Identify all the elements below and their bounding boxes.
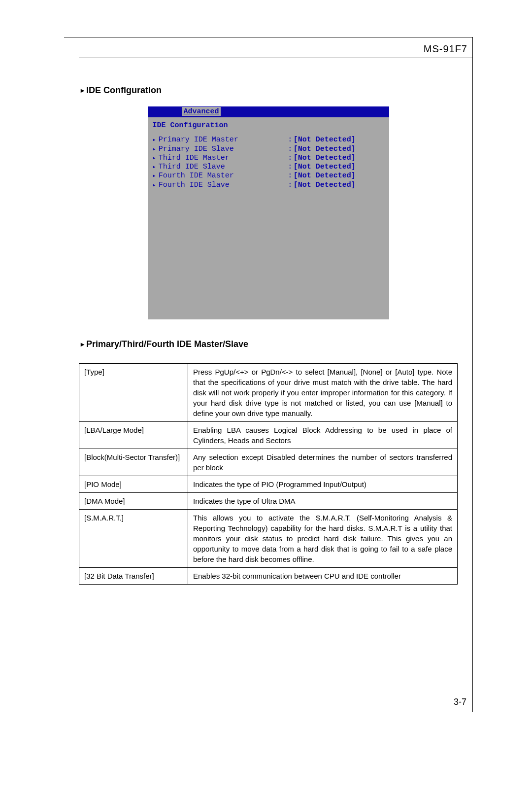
triangle-icon: ▸ [81,340,84,348]
section-title-text: Primary/Third/Fourth IDE Master/Slave [86,339,248,349]
page: MS-91F7 ▸IDE Configuration Advanced IDE … [0,0,532,739]
section-title-text: IDE Configuration [86,85,162,95]
table-row: [32 Bit Data Transfer] Enables 32-bit co… [79,568,458,585]
param-desc: Any selection except Disabled determines… [188,449,458,476]
bios-tab-bar: Advanced [148,106,389,117]
bios-item: ▸ Fourth IDE Slave : [Not Detected] [153,181,384,189]
param-name: [LBA/Large Mode] [79,422,188,449]
param-name: [32 Bit Data Transfer] [79,568,188,585]
bios-colon: : [287,136,294,144]
triangle-icon: ▸ [153,137,156,144]
triangle-icon: ▸ [153,173,156,180]
table-row: [Block(Multi-Sector Transfer)] Any selec… [79,449,458,476]
bios-item: ▸ Primary IDE Slave : [Not Detected] [153,145,384,153]
param-name: [Type] [79,364,188,422]
bios-colon: : [287,154,294,162]
triangle-icon: ▸ [153,146,156,153]
bios-colon: : [287,181,294,189]
bios-item-label: Primary IDE Master [159,136,287,144]
header-rule [79,58,472,58]
param-desc: Enables 32-bit communication between CPU… [188,568,458,585]
bios-item-label: Third IDE Master [159,154,287,162]
parameter-table: [Type] Press PgUp/<+> or PgDn/<-> to sel… [79,363,458,585]
bios-item-value: [Not Detected] [294,181,384,189]
param-name: [S.M.A.R.T.] [79,510,188,568]
bios-item: ▸ Third IDE Master : [Not Detected] [153,154,384,162]
table-row: [LBA/Large Mode] Enabling LBA causes Log… [79,422,458,449]
triangle-icon: ▸ [153,155,156,162]
table-row: [Type] Press PgUp/<+> or PgDn/<-> to sel… [79,364,458,422]
bios-item-label: Primary IDE Slave [159,145,287,153]
triangle-icon: ▸ [153,182,156,189]
param-desc: Indicates the type of PIO (Programmed In… [188,476,458,493]
bios-item-value: [Not Detected] [294,154,384,162]
triangle-icon: ▸ [153,164,156,171]
table-row: [DMA Mode] Indicates the type of Ultra D… [79,493,458,510]
param-desc: This allows you to activate the S.M.A.R.… [188,510,458,568]
param-name: [PIO Mode] [79,476,188,493]
param-desc: Indicates the type of Ultra DMA [188,493,458,510]
bios-item-value: [Not Detected] [294,145,384,153]
bios-screenshot: Advanced IDE Configuration ▸ Primary IDE… [148,106,389,319]
page-number: 3-7 [454,697,466,707]
bios-colon: : [287,145,294,153]
bios-colon: : [287,172,294,180]
bios-item-label: Third IDE Slave [159,163,287,171]
bios-item-value: [Not Detected] [294,172,384,180]
bios-item-value: [Not Detected] [294,163,384,171]
table-row: [S.M.A.R.T.] This allows you to activate… [79,510,458,568]
bios-heading: IDE Configuration [153,121,384,130]
bios-item: ▸ Fourth IDE Master : [Not Detected] [153,172,384,180]
bios-item-label: Fourth IDE Slave [159,181,287,189]
bios-item-label: Fourth IDE Master [159,172,287,180]
bios-body: IDE Configuration ▸ Primary IDE Master :… [148,117,389,319]
triangle-icon: ▸ [81,86,84,94]
page-frame: MS-91F7 ▸IDE Configuration Advanced IDE … [64,37,473,712]
bios-tab-advanced: Advanced [182,107,221,116]
header-model: MS-91F7 [79,37,472,58]
bios-item: ▸ Third IDE Slave : [Not Detected] [153,163,384,171]
bios-item: ▸ Primary IDE Master : [Not Detected] [153,136,384,144]
bios-item-value: [Not Detected] [294,136,384,144]
param-name: [DMA Mode] [79,493,188,510]
param-desc: Enabling LBA causes Logical Block Addres… [188,422,458,449]
table-row: [PIO Mode] Indicates the type of PIO (Pr… [79,476,458,493]
param-name: [Block(Multi-Sector Transfer)] [79,449,188,476]
section-title-ide-config: ▸IDE Configuration [81,85,458,96]
bios-colon: : [287,163,294,171]
param-desc: Press PgUp/<+> or PgDn/<-> to select [Ma… [188,364,458,422]
section-title-ide-detail: ▸Primary/Third/Fourth IDE Master/Slave [81,339,458,349]
